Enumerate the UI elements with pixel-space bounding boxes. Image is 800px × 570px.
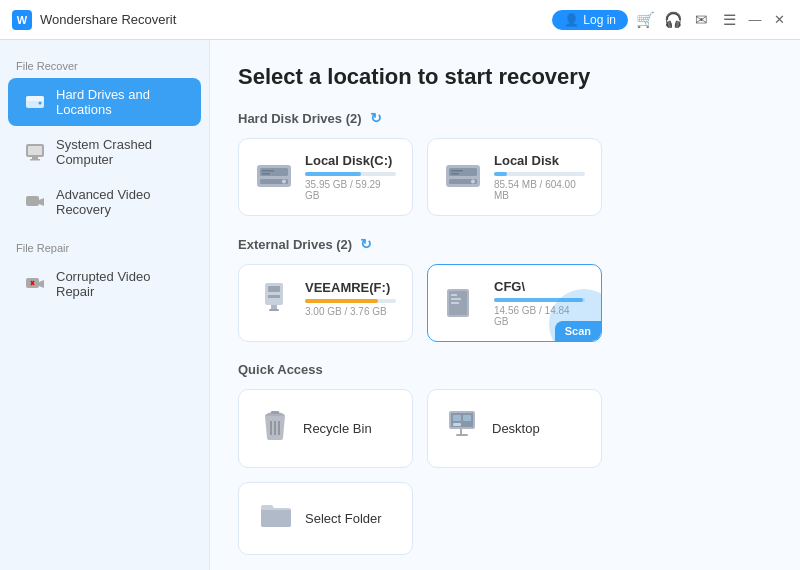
svg-rect-28	[271, 305, 277, 309]
quick-access-section-header: Quick Access	[238, 362, 772, 377]
svg-rect-4	[28, 146, 42, 155]
svg-marker-8	[39, 198, 44, 206]
svg-rect-26	[268, 286, 280, 292]
drive-card-local[interactable]: Local Disk 85.54 MB / 604.00 MB	[427, 138, 602, 216]
qa-desktop[interactable]: Desktop	[427, 389, 602, 468]
cart-icon[interactable]: 🛒	[634, 9, 656, 31]
external-drives-section-header: External Drives (2) ↻	[238, 236, 772, 252]
qa-desktop-label: Desktop	[492, 421, 540, 436]
svg-rect-5	[32, 157, 38, 159]
svg-rect-7	[26, 196, 39, 206]
page-title: Select a location to start recovery	[238, 64, 772, 90]
file-repair-section-label: File Repair	[0, 242, 209, 260]
svg-rect-29	[269, 309, 279, 311]
sidebar-item-advanced-video[interactable]: Advanced Video Recovery	[8, 178, 201, 226]
sidebar-item-label: Hard Drives and Locations	[56, 87, 185, 117]
hdd-icon-c	[255, 158, 293, 196]
svg-rect-33	[451, 298, 461, 300]
hard-disk-section-label: Hard Disk Drives (2)	[238, 111, 362, 126]
svg-rect-23	[451, 170, 463, 172]
login-button[interactable]: 👤 Log in	[552, 10, 628, 30]
sidebar-item-corrupted-video[interactable]: Corrupted Video Repair	[8, 260, 201, 308]
drive-size-veeamre: 3.00 GB / 3.76 GB	[305, 306, 396, 317]
svg-rect-44	[453, 415, 461, 421]
sidebar-item-label: System Crashed Computer	[56, 137, 185, 167]
drive-size-local: 85.54 MB / 604.00 MB	[494, 179, 585, 201]
person-icon: 👤	[564, 13, 579, 27]
recycle-bin-icon	[259, 408, 291, 449]
folder-icon	[259, 501, 293, 536]
app-logo: W	[12, 10, 32, 30]
svg-rect-24	[451, 173, 459, 175]
corrupted-video-icon	[24, 273, 46, 295]
svg-rect-27	[268, 295, 280, 298]
drive-name-local: Local Disk	[494, 153, 585, 168]
quick-access-section-label: Quick Access	[238, 362, 323, 377]
drive-progress-veeamre	[305, 299, 396, 303]
desktop-icon	[448, 410, 480, 447]
advanced-video-icon	[24, 191, 46, 213]
hard-disk-refresh-icon[interactable]: ↻	[370, 110, 382, 126]
hdd-icon-local	[444, 158, 482, 196]
sidebar-item-label: Advanced Video Recovery	[56, 187, 185, 217]
sidebar-item-system-crashed[interactable]: System Crashed Computer	[8, 128, 201, 176]
title-bar: W Wondershare Recoverit 👤 Log in 🛒 🎧 ✉ ☰…	[0, 0, 800, 40]
drive-name-veeamre: VEEAMRE(F:)	[305, 280, 396, 295]
content-area: Select a location to start recovery Hard…	[210, 40, 800, 570]
drive-progress-fill-local	[494, 172, 507, 176]
cf-icon-cfg	[444, 284, 482, 322]
hard-drives-icon	[24, 91, 46, 113]
sidebar-item-label: Corrupted Video Repair	[56, 269, 185, 299]
svg-point-22	[471, 180, 475, 184]
external-drives-grid: VEEAMRE(F:) 3.00 GB / 3.76 GB	[238, 264, 772, 342]
drive-progress-fill-veeamre	[305, 299, 378, 303]
svg-rect-43	[456, 434, 468, 436]
titlebar-actions: 👤 Log in 🛒 🎧 ✉ ☰ — ✕	[552, 9, 788, 31]
svg-rect-34	[451, 302, 459, 304]
svg-marker-10	[39, 280, 44, 288]
sidebar: File Recover Hard Drives and Locations	[0, 40, 210, 570]
svg-rect-45	[463, 415, 471, 421]
scan-button[interactable]: Scan	[555, 321, 601, 341]
app-name: Wondershare Recoverit	[40, 12, 552, 27]
drive-card-cfg[interactable]: CFG\ 14.56 GB / 14.84 GB Scan	[427, 264, 602, 342]
email-icon[interactable]: ✉	[690, 9, 712, 31]
svg-rect-1	[26, 96, 44, 101]
qa-select-folder-label: Select Folder	[305, 511, 382, 526]
svg-rect-6	[30, 159, 40, 161]
sidebar-item-hard-drives[interactable]: Hard Drives and Locations	[8, 78, 201, 126]
menu-icon[interactable]: ☰	[718, 9, 740, 31]
drive-size-c: 35.95 GB / 59.29 GB	[305, 179, 396, 201]
close-button[interactable]: ✕	[770, 11, 788, 29]
headset-icon[interactable]: 🎧	[662, 9, 684, 31]
hard-disk-section-header: Hard Disk Drives (2) ↻	[238, 110, 772, 126]
drive-card-local-c[interactable]: Local Disk(C:) 35.95 GB / 59.29 GB	[238, 138, 413, 216]
qa-recycle-bin[interactable]: Recycle Bin	[238, 389, 413, 468]
external-drives-refresh-icon[interactable]: ↻	[360, 236, 372, 252]
svg-rect-17	[262, 170, 274, 172]
drive-name-c: Local Disk(C:)	[305, 153, 396, 168]
svg-rect-20	[449, 168, 477, 176]
svg-rect-18	[262, 173, 270, 175]
hard-disks-grid: Local Disk(C:) 35.95 GB / 59.29 GB	[238, 138, 772, 216]
drive-progress-fill-c	[305, 172, 361, 176]
drive-card-veeamre[interactable]: VEEAMRE(F:) 3.00 GB / 3.76 GB	[238, 264, 413, 342]
main-layout: File Recover Hard Drives and Locations	[0, 40, 800, 570]
qa-recycle-bin-label: Recycle Bin	[303, 421, 372, 436]
svg-rect-46	[453, 423, 461, 426]
external-drives-section-label: External Drives (2)	[238, 237, 352, 252]
svg-rect-32	[451, 294, 457, 296]
quick-access-grid: Recycle Bin Desktop	[238, 389, 772, 555]
drive-progress-local	[494, 172, 585, 176]
svg-point-16	[282, 180, 286, 184]
system-crashed-icon	[24, 141, 46, 163]
svg-rect-39	[271, 411, 279, 414]
drive-progress-c	[305, 172, 396, 176]
svg-rect-14	[260, 168, 288, 176]
file-recover-section-label: File Recover	[0, 60, 209, 78]
qa-select-folder[interactable]: Select Folder	[238, 482, 413, 555]
minimize-button[interactable]: —	[746, 11, 764, 29]
usb-icon-veeamre	[255, 279, 293, 317]
svg-point-2	[39, 102, 42, 105]
